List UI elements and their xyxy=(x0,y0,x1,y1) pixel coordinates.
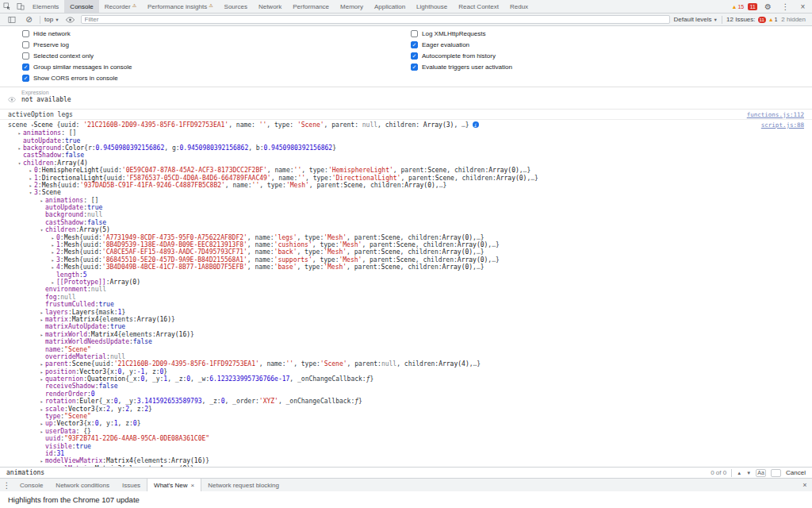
tab-application[interactable]: Application xyxy=(369,0,411,13)
cancel-button[interactable]: Cancel xyxy=(786,469,806,476)
tree-row[interactable]: castShadow: false xyxy=(0,152,812,159)
clear-console-icon[interactable]: ⊘ xyxy=(22,15,36,24)
tab-recorder[interactable]: Recorder⚠ xyxy=(99,0,142,13)
tree-row[interactable]: castShadow: false xyxy=(0,219,812,226)
regex-toggle[interactable] xyxy=(771,469,781,477)
checkbox-preserve-log[interactable]: Preserve log xyxy=(22,41,411,48)
expand-arrow-icon[interactable]: ▸ xyxy=(38,317,45,322)
tree-row[interactable]: ▸layers: Layers {mask: 1} xyxy=(0,308,812,315)
warning-count-badge[interactable]: ▲15 xyxy=(732,4,745,10)
tree-row[interactable]: ▸parent: Scene {uuid: '21C2160B-2D09-439… xyxy=(0,360,812,368)
expand-arrow-icon[interactable]: ▸ xyxy=(49,249,56,255)
tab-react-context[interactable]: React Context xyxy=(453,0,504,13)
checkbox-group-similar-messages-in-console[interactable]: ✓Group similar messages in console xyxy=(22,64,411,71)
tree-row[interactable]: autoUpdate: true xyxy=(0,204,812,211)
checkbox-show-cors-errors-in-console[interactable]: ✓Show CORS errors in console xyxy=(22,75,411,82)
expand-arrow-icon[interactable]: ▸ xyxy=(49,242,56,248)
checkbox-autocomplete-from-history[interactable]: ✓Autocomplete from history xyxy=(411,52,512,60)
close-drawer-icon[interactable]: × xyxy=(798,479,812,491)
checkbox-log-xmlhttprequests[interactable]: Log XMLHttpRequests xyxy=(411,30,512,37)
next-match-icon[interactable]: ▼ xyxy=(746,471,751,475)
inspect-element-icon[interactable] xyxy=(0,0,13,13)
tree-row[interactable]: visible: true xyxy=(0,442,812,449)
tab-sources[interactable]: Sources xyxy=(219,0,253,13)
expand-arrow-icon[interactable]: ▸ xyxy=(27,167,34,173)
kebab-menu-icon[interactable]: ⋮ xyxy=(779,2,792,11)
tree-row[interactable]: ▸matrixWorld: Matrix4 {elements: Array(1… xyxy=(0,331,812,338)
console-message[interactable]: scene ▾Scene {uuid: '21C2160B-2D09-4395-… xyxy=(0,120,812,129)
live-expression-eye-icon[interactable] xyxy=(63,17,77,23)
whats-new-headline[interactable]: Highlights from the Chrome 107 update xyxy=(8,495,140,504)
tree-row[interactable]: ▸animations: [] xyxy=(0,129,812,137)
tree-row[interactable]: ▸scale: Vector3 {x: 2, y: 2, z: 2} xyxy=(0,405,812,412)
match-case-toggle[interactable]: Aa xyxy=(756,469,766,477)
expand-arrow-icon[interactable]: ▸ xyxy=(49,279,56,285)
log-levels-dropdown[interactable]: Default levels▼ xyxy=(674,16,718,23)
tree-row[interactable]: renderOrder: 0 xyxy=(0,391,812,398)
tree-row[interactable]: ▸0: HemisphereLight {uuid: '0E59C047-87A… xyxy=(0,167,812,174)
tab-lighthouse[interactable]: Lighthouse xyxy=(411,0,453,13)
tab-network[interactable]: Network xyxy=(253,0,287,13)
console-sidebar-icon[interactable] xyxy=(5,16,18,24)
tree-row[interactable]: ▾3: Scene xyxy=(0,189,812,196)
tree-row[interactable]: ▸position: Vector3 {x: 0, y: -1, z: 0} xyxy=(0,368,812,375)
drawer-tab-issues[interactable]: Issues xyxy=(116,479,147,491)
expand-arrow-icon[interactable]: ▾ xyxy=(16,160,23,166)
tab-performance-insights[interactable]: Performance insights⚠ xyxy=(142,0,219,13)
expand-arrow-icon[interactable]: ▸ xyxy=(49,264,56,270)
checkbox-eager-evaluation[interactable]: ✓Eager evaluation xyxy=(411,41,512,48)
tree-row[interactable]: uuid: "93F2B741-22D6-4AAB-95CA-0DE08A361… xyxy=(0,435,812,442)
tree-row[interactable]: ▸up: Vector3 {x: 0, y: 1, z: 0} xyxy=(0,420,812,427)
console-message[interactable]: activeOption legsfunctions.js:112 xyxy=(0,110,812,120)
expand-arrow-icon[interactable]: ▸ xyxy=(27,175,34,181)
expand-arrow-icon[interactable]: ▸ xyxy=(38,376,45,382)
tree-row[interactable]: ▸2: Mesh {uuid: '937DAD5B-C91F-41FA-9246… xyxy=(0,182,812,189)
expand-arrow-icon[interactable]: ▸ xyxy=(38,198,45,203)
close-tab-icon[interactable]: × xyxy=(191,482,195,489)
info-icon[interactable]: i xyxy=(473,121,479,128)
tree-row[interactable]: ▸userData: {} xyxy=(0,428,812,435)
tree-row[interactable]: environment: null xyxy=(0,286,812,293)
settings-gear-icon[interactable]: ⚙ xyxy=(761,2,775,11)
tree-row[interactable]: fog: null xyxy=(0,294,812,301)
expand-arrow-icon[interactable]: ▸ xyxy=(27,183,34,188)
tree-row[interactable]: id: 31 xyxy=(0,450,812,457)
expand-arrow-icon[interactable]: ▸ xyxy=(16,130,23,136)
drawer-tab-network-request-blocking[interactable]: Network request blocking xyxy=(201,479,285,491)
tree-row[interactable]: ▸1: DirectionalLight {uuid: 'F5876537-05… xyxy=(0,174,812,181)
tree-row[interactable]: overrideMaterial: null xyxy=(0,353,812,360)
expand-arrow-icon[interactable]: ▸ xyxy=(38,429,45,434)
expand-arrow-icon[interactable]: ▸ xyxy=(38,421,45,426)
tree-row[interactable]: receiveShadow: false xyxy=(0,383,812,390)
source-link[interactable]: script.js:88 xyxy=(761,121,804,129)
tree-row[interactable]: ▸animations: [] xyxy=(0,197,812,204)
drawer-menu-icon[interactable]: ⋮ xyxy=(0,479,13,491)
tree-row[interactable]: ▸1: Mesh {uuid: '8B4D9539-138E-4DA9-B09E… xyxy=(0,241,812,248)
tree-row[interactable]: ▸rotation: Euler {_x: 0, _y: 3.141592653… xyxy=(0,398,812,405)
context-selector[interactable]: top▼ xyxy=(44,16,59,23)
source-link[interactable]: functions.js:112 xyxy=(747,111,804,118)
tree-row[interactable]: ▸matrix: Matrix4 {elements: Array(16)} xyxy=(0,316,812,323)
tree-row[interactable]: matrixWorldNeedsUpdate: false xyxy=(0,338,812,345)
tree-row[interactable]: ▾children: Array(5) xyxy=(0,226,812,233)
device-toolbar-icon[interactable] xyxy=(13,0,27,13)
expand-arrow-icon[interactable]: ▸ xyxy=(38,369,45,375)
tree-row[interactable]: background: null xyxy=(0,211,812,218)
expand-arrow-icon[interactable]: ▸ xyxy=(16,145,23,151)
drawer-tab-console[interactable]: Console xyxy=(13,479,49,491)
tree-row[interactable]: autoUpdate: true xyxy=(0,137,812,144)
checkbox-selected-context-only[interactable]: Selected context only xyxy=(22,52,411,60)
expand-arrow-icon[interactable]: ▸ xyxy=(38,466,45,467)
tree-row[interactable]: ▾children: Array(4) xyxy=(0,160,812,167)
tree-row[interactable]: ▸normalMatrix: Matrix3 {elements: Array(… xyxy=(0,465,812,467)
expand-arrow-icon[interactable]: ▸ xyxy=(49,257,56,263)
live-expression-section[interactable]: Expression not available xyxy=(0,87,812,110)
tab-performance[interactable]: Performance xyxy=(287,0,335,13)
drawer-tab-network-conditions[interactable]: Network conditions xyxy=(49,479,116,491)
drawer-tab-what-s-new[interactable]: What's New× xyxy=(147,479,201,491)
expand-arrow-icon[interactable]: ▸ xyxy=(49,235,56,241)
expand-arrow-icon[interactable]: ▸ xyxy=(38,361,45,367)
expand-arrow-icon[interactable]: ▸ xyxy=(38,406,45,412)
tree-row[interactable]: ▸[[Prototype]]: Array(0) xyxy=(0,279,812,286)
tree-row[interactable]: ▸3: Mesh {uuid: '86845510-5E20-457D-9A9E… xyxy=(0,256,812,264)
